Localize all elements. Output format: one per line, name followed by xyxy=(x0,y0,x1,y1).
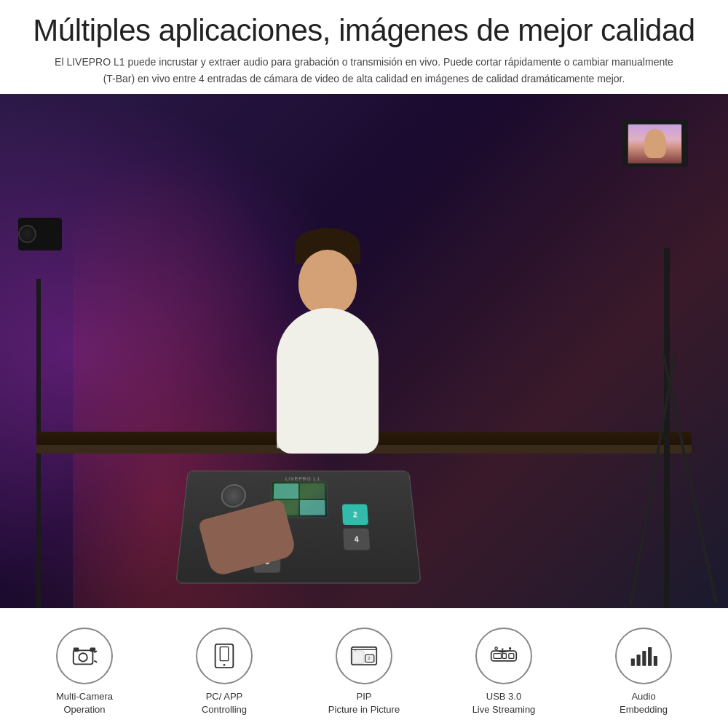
feature-audio-label: Audio Embedding xyxy=(620,690,668,716)
screen-quad-4 xyxy=(300,499,325,515)
left-camera-lens xyxy=(18,225,36,243)
svg-rect-18 xyxy=(509,653,514,658)
feature-pip: 1 2 PIP Picture in Picture xyxy=(306,628,422,716)
usb-icon-circle xyxy=(475,628,532,684)
svg-point-1 xyxy=(79,653,87,661)
feature-multi-camera-label: Multi-Camera Operation xyxy=(56,690,113,716)
feature-multi-camera: Multi-Camera Operation xyxy=(26,628,143,716)
left-tripod xyxy=(15,197,73,608)
subtitle-text: El LIVEPRO L1 puede incrustar y extraer … xyxy=(55,54,673,87)
bottom-bar: Multi-Camera Operation PC/ APP Controlli… xyxy=(0,608,728,728)
device-label: LIVEPRO L1 xyxy=(285,476,320,480)
pip-icon: 1 2 xyxy=(350,642,378,670)
feature-pip-label: PIP Picture in Picture xyxy=(328,690,400,716)
right-camera-body xyxy=(622,119,688,167)
right-tripod-body xyxy=(664,248,670,608)
right-camera-content xyxy=(628,124,681,163)
camera-icon xyxy=(71,642,98,670)
audio-icon xyxy=(630,642,657,670)
person xyxy=(255,250,400,454)
screen-quad-1 xyxy=(274,483,298,498)
feature-usb: USB 3.0 Live Streaming xyxy=(446,628,562,716)
svg-rect-26 xyxy=(631,658,635,665)
svg-rect-27 xyxy=(637,654,641,666)
svg-line-5 xyxy=(94,660,97,662)
hero-scene: LIVEPRO L1 1 2 3 4 xyxy=(0,94,728,608)
svg-point-23 xyxy=(509,647,511,649)
svg-rect-16 xyxy=(494,653,501,658)
feature-usb-label: USB 3.0 Live Streaming xyxy=(472,690,536,716)
header-section: Múltiples aplicaciones, imágenes de mejo… xyxy=(0,0,728,94)
hero-image: LIVEPRO L1 1 2 3 4 xyxy=(0,94,728,608)
device-knob xyxy=(221,484,247,507)
svg-point-7 xyxy=(223,664,226,666)
usb-icon xyxy=(490,642,518,670)
right-camera-screen xyxy=(628,124,682,164)
page-wrapper: Múltiples aplicaciones, imágenes de mejo… xyxy=(0,0,728,728)
person-head xyxy=(298,250,357,315)
svg-rect-17 xyxy=(502,653,506,658)
device-btn-4: 4 xyxy=(343,529,370,550)
svg-rect-29 xyxy=(648,647,652,666)
svg-rect-14 xyxy=(352,651,364,663)
left-camera-body xyxy=(18,218,62,250)
feature-audio: Audio Embedding xyxy=(585,628,702,716)
right-tripod xyxy=(604,94,692,608)
svg-rect-28 xyxy=(642,651,646,666)
tablet-icon xyxy=(210,642,238,670)
audio-icon-circle xyxy=(615,628,672,684)
screen-quad-2 xyxy=(300,483,325,498)
svg-rect-2 xyxy=(74,647,79,652)
svg-point-20 xyxy=(495,647,497,649)
person-in-screen xyxy=(644,129,666,158)
person-body xyxy=(277,308,379,454)
svg-rect-30 xyxy=(654,656,657,666)
pip-icon-circle: 1 2 xyxy=(336,628,392,684)
pc-app-icon-circle xyxy=(196,628,253,684)
feature-pc-app-label: PC/ APP Controlling xyxy=(202,690,247,716)
svg-rect-3 xyxy=(90,647,96,652)
multi-camera-icon-circle xyxy=(56,628,113,684)
device-btn-2: 2 xyxy=(342,504,368,524)
svg-rect-8 xyxy=(220,646,228,660)
main-title: Múltiples aplicaciones, imágenes de mejo… xyxy=(22,13,706,48)
feature-pc-app: PC/ APP Controlling xyxy=(166,628,282,716)
